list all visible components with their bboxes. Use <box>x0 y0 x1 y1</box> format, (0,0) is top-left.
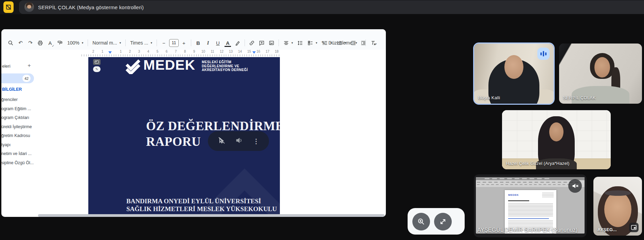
ruler-left-numbers: 21 <box>89 50 107 53</box>
outline-item-bilgiler[interactable]: BİLGİLER <box>2 87 22 92</box>
add-comment-icon[interactable] <box>257 38 266 48</box>
medek-logo-icon <box>125 59 141 74</box>
print-button[interactable] <box>36 38 45 48</box>
undo-button[interactable]: ↶ <box>16 38 25 48</box>
zoom-in-button[interactable] <box>412 213 430 230</box>
ruler-number: 14 <box>235 50 245 53</box>
paint-format-button[interactable] <box>55 38 65 48</box>
participant-tile-busra[interactable]: Büşra Kalli <box>474 44 554 104</box>
participant-name: AYŞEG... <box>597 227 617 232</box>
insert-image-icon[interactable] <box>267 38 276 48</box>
ruler-number: 2 <box>89 50 98 53</box>
bold-button[interactable]: B <box>194 38 203 48</box>
ruler-number: 17 <box>263 50 272 53</box>
chevron-down-icon: ▾ <box>316 41 317 45</box>
pencil-icon: ✎ <box>321 40 325 46</box>
tab-stop-marker[interactable] <box>252 51 256 54</box>
ruler-number: 6 <box>162 50 171 53</box>
tagline-line: AKREDİTASYON DERNEĞİ <box>202 68 248 72</box>
zoom-select[interactable]: 100%▾ <box>65 40 85 46</box>
tagline-line: DEĞERLENDİRME VE <box>202 64 248 68</box>
decrease-font-button[interactable]: − <box>159 38 168 48</box>
insert-link-icon[interactable] <box>247 38 256 48</box>
spellcheck-button[interactable]: A✓ <box>46 38 55 48</box>
ruler-number: 18 <box>272 50 281 53</box>
participant-name: Hazel Çelik Güzel (Arya*Hazel) <box>506 161 570 166</box>
collapse-toolbar-icon[interactable]: ⌄ <box>371 40 380 46</box>
muted-speaker-icon <box>568 179 582 193</box>
outline-item[interactable]: ogram Çıktıları <box>1 113 34 122</box>
preview-link-line <box>508 218 549 219</box>
presentation-tile-aysegul[interactable]: MEDEK AYŞEGÜL DEMİR SARIIPEK (Sununuz) <box>474 174 587 237</box>
pointer-off-icon[interactable] <box>217 136 226 146</box>
speaking-indicator-icon <box>537 48 550 60</box>
search-icon[interactable] <box>6 38 15 48</box>
participant-tile-ayseg[interactable]: AYŞEG... <box>593 177 642 236</box>
ruler-number: 13 <box>226 50 235 53</box>
shared-screen-panel: ↶ ↷ A✓ 100%▾ Normal m...▾ Times ...▾ − 1… <box>1 29 386 217</box>
top-bar: SERPİL ÇOLAK (Medya gösterme kontrolleri… <box>0 0 644 14</box>
increase-font-button[interactable]: + <box>179 38 189 48</box>
outline-item[interactable]: sipline Özgü Öl... <box>1 158 34 168</box>
outline-item[interactable]: netim ve İdari ... <box>1 149 34 158</box>
page-marker-icon[interactable] <box>93 59 101 65</box>
add-tab-button[interactable]: + <box>26 63 33 69</box>
ruler-numbers: 123456789101112131415161718 <box>116 50 281 53</box>
ruler-number: 7 <box>171 50 180 53</box>
ruler-ticks <box>82 54 281 56</box>
horizontal-scrollbar[interactable] <box>38 214 384 217</box>
italic-button[interactable]: I <box>203 38 213 48</box>
editing-mode-select[interactable]: ✎ Düzenleme ▾ <box>318 40 360 46</box>
outline-item[interactable]: ğretim Kadrosu <box>1 131 34 140</box>
participant-tile-hazel[interactable]: Hazel Çelik Güzel (Arya*Hazel) <box>502 110 611 169</box>
outline-active-badge: 42 <box>22 75 31 82</box>
chevron-down-icon: ▾ <box>82 41 84 45</box>
chevron-down-icon: ▾ <box>356 41 357 45</box>
outline-header: eleri <box>2 64 11 69</box>
line-spacing-icon[interactable] <box>296 38 305 48</box>
presentation-zoom-controls <box>408 208 465 235</box>
outline-items: ğrencilerogram Eğitim ...ogram Çıktıları… <box>1 95 34 167</box>
divider <box>88 39 88 46</box>
outline-item[interactable]: ürekli İyileştirme <box>1 122 34 132</box>
medek-tagline: MESLEKİ EĞİTİMDEĞERLENDİRME VEAKREDİTASY… <box>202 60 248 72</box>
outline-item[interactable]: tyapı <box>1 140 34 150</box>
indent-marker[interactable] <box>108 51 112 54</box>
preview-medek-logo-text: MEDEK <box>508 193 519 196</box>
styles-select[interactable]: Normal m...▾ <box>90 40 123 46</box>
speaker-icon[interactable] <box>235 136 243 146</box>
font-size-field[interactable]: 11 <box>169 39 179 47</box>
expand-button[interactable] <box>434 213 452 230</box>
redo-button[interactable]: ↷ <box>26 38 35 48</box>
divider <box>125 39 126 46</box>
participant-video <box>559 44 642 104</box>
preview-paragraph <box>508 204 553 217</box>
ruler-number: 2 <box>125 50 135 53</box>
cover-title-line2: RAPORU <box>146 134 201 149</box>
pencil-marker-icon[interactable]: ✎ <box>93 66 101 72</box>
media-blocked-icon[interactable] <box>3 1 14 13</box>
divider <box>279 39 279 46</box>
tagline-line: MESLEKİ EĞİTİM <box>202 60 248 64</box>
highlight-icon[interactable] <box>233 38 242 48</box>
chevron-down-icon: ▾ <box>150 41 152 45</box>
participant-name: SERPİL ÇOLAK <box>563 95 596 100</box>
ruler-number: 1 <box>98 50 107 53</box>
outline-item[interactable]: ğrenciler <box>1 95 34 104</box>
building-slash-glyph <box>5 4 12 11</box>
align-select[interactable]: ▾ <box>281 40 295 46</box>
font-select[interactable]: Times ...▾ <box>128 40 154 46</box>
divider <box>157 39 157 46</box>
ruler-number: 4 <box>144 50 153 53</box>
ruler-number: 11 <box>208 50 217 53</box>
text-color-button[interactable]: A <box>223 38 232 48</box>
medek-logo-text: MEDEK <box>143 57 195 73</box>
participant-tile-serpil[interactable]: SERPİL ÇOLAK <box>559 44 642 104</box>
more-vertical-icon[interactable]: ⋮ <box>253 137 260 145</box>
ruler-number: 9 <box>190 50 199 53</box>
picture-in-picture-icon[interactable] <box>629 223 639 232</box>
underline-button[interactable]: U <box>213 38 222 48</box>
outline-item[interactable]: ogram Eğitim ... <box>1 104 34 114</box>
participant-video <box>502 110 611 169</box>
checklist-select[interactable]: ▾ <box>305 40 319 46</box>
